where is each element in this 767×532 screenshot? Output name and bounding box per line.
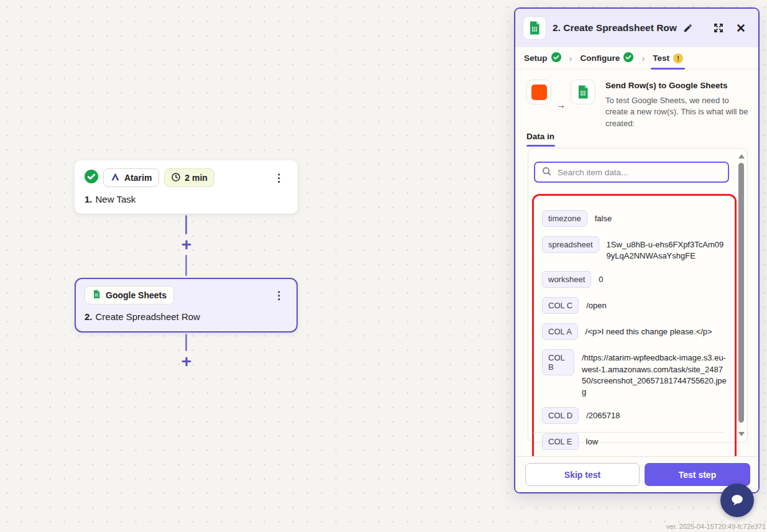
field-value: /<p>I need this change please.</p> [586, 323, 712, 337]
skip-test-button[interactable]: Skip test [525, 463, 640, 486]
arrow-right-icon: → [556, 99, 566, 110]
field-value: low [586, 433, 599, 447]
kebab-menu-icon[interactable]: ⋮ [270, 172, 288, 185]
atarim-logo-icon [111, 172, 120, 183]
step-title-text: New Task [96, 194, 136, 204]
close-icon[interactable]: ✕ [736, 21, 746, 35]
target-app-tile [571, 80, 595, 104]
connector-line [185, 215, 187, 234]
field-key-pill: timezone [542, 210, 587, 227]
tab-label: Setup [524, 53, 548, 63]
warning-icon: ! [673, 53, 683, 63]
expand-fullscreen-icon[interactable] [712, 22, 725, 34]
tab-data-in[interactable]: Data in [526, 132, 554, 147]
chevron-right-icon: › [641, 53, 645, 63]
data-scroll-area: timezone false spreadsheet 1Sw_u8hB-u-eh… [528, 148, 748, 443]
field-key-pill: worksheet [542, 271, 591, 288]
scroll-up-arrow[interactable] [738, 154, 745, 158]
field-value: /https://atarim-wpfeedback-image.s3.eu-w… [582, 349, 727, 398]
data-row: COL D /2065718 [542, 407, 727, 424]
data-row: COL E low [542, 433, 727, 450]
connector-line [185, 255, 187, 276]
data-row: COL C /open [542, 297, 727, 314]
panel-title: 2. Create Spreadsheet Row [553, 22, 677, 34]
add-step-button[interactable]: + [178, 354, 195, 370]
test-summary: → Send Row(s) to Google Sheets To test G… [526, 80, 751, 129]
step-number: 1. [85, 194, 93, 204]
kebab-menu-icon[interactable]: ⋮ [270, 289, 288, 302]
field-value: 1Sw_u8hB-u-ehs6FXpf3TcAm099yLqA2NNWAsaYs… [607, 236, 727, 262]
test-heading: Send Row(s) to Google Sheets [605, 81, 751, 90]
google-sheets-icon [523, 16, 546, 40]
panel-tabbar: Setup › Configure › Test ! [515, 47, 758, 70]
field-value: false [595, 210, 612, 224]
atarim-app-pill[interactable]: Atarim [103, 168, 159, 187]
step-number: 2. [85, 311, 93, 322]
duration-badge[interactable]: 2 min [164, 168, 214, 187]
chat-bubble-icon [728, 492, 746, 509]
success-check-icon [85, 170, 98, 186]
tab-label: Test [653, 53, 669, 63]
connector-line [185, 334, 187, 351]
check-circle-icon [551, 52, 561, 64]
field-key-pill: COL D [542, 407, 579, 424]
step-title-text: Create Spreadsheet Row [96, 311, 200, 322]
workflow-step-create-spreadsheet-row[interactable]: Google Sheets ⋮ 2.Create Spreadsheet Row [75, 278, 298, 332]
clock-icon [171, 172, 181, 184]
test-description: To test Google Sheets, we need to create… [605, 95, 751, 129]
field-key-pill: COL B [542, 349, 574, 375]
field-key-pill: spreadsheet [542, 236, 599, 253]
tab-label: Configure [581, 53, 620, 63]
app-pill-label: Google Sheets [106, 290, 167, 300]
field-key-pill: COL E [542, 433, 579, 450]
check-circle-icon [623, 52, 633, 64]
workflow-step-new-task[interactable]: Atarim 2 min ⋮ 1.New Task [75, 160, 298, 214]
data-row: timezone false [542, 210, 727, 227]
step-title: 1.New Task [85, 194, 288, 204]
google-sheets-icon [576, 85, 590, 99]
data-row: COL B /https://atarim-wpfeedback-image.s… [542, 349, 727, 398]
app-pill-label: Atarim [124, 173, 152, 183]
tab-configure[interactable]: Configure [581, 47, 634, 69]
search-input[interactable] [558, 168, 722, 177]
chat-widget-button[interactable] [720, 484, 754, 517]
annotation-red-arrow [0, 0, 186, 93]
field-value: /open [586, 297, 607, 311]
edit-title-pencil-icon[interactable] [683, 24, 692, 33]
field-value: /2065718 [586, 407, 620, 421]
field-key-pill: COL A [542, 323, 578, 340]
panel-footer: Skip test Test step [515, 456, 758, 492]
data-row: spreadsheet 1Sw_u8hB-u-ehs6FXpf3TcAm099y… [542, 236, 727, 262]
google-sheets-icon [92, 290, 101, 301]
google-sheets-app-pill[interactable]: Google Sheets [85, 286, 174, 305]
step-title: 2.Create Spreadsheet Row [85, 311, 288, 322]
data-row: COL A /<p>I need this change please.</p> [542, 323, 727, 340]
source-app-tile [526, 80, 551, 104]
panel-header: 2. Create Spreadsheet Row ✕ [515, 9, 758, 47]
field-value: 0 [599, 271, 603, 285]
tab-setup[interactable]: Setup [524, 47, 561, 69]
divider [533, 432, 725, 433]
test-step-button[interactable]: Test step [645, 463, 750, 486]
chevron-right-icon: › [569, 53, 572, 63]
tab-test[interactable]: Test ! [653, 47, 683, 69]
scroll-down-arrow[interactable] [738, 432, 745, 436]
scrollbar-thumb[interactable] [738, 163, 744, 423]
search-icon [541, 166, 552, 179]
atarim-orange-icon [531, 85, 547, 100]
duration-label: 2 min [185, 173, 208, 183]
version-label: ver. 2025-04-15T20:49-fc72e371 [666, 523, 766, 530]
field-key-pill: COL C [542, 297, 579, 314]
search-field [534, 162, 729, 183]
annotation-red-box: timezone false spreadsheet 1Sw_u8hB-u-eh… [532, 194, 737, 464]
scrollbar [738, 152, 745, 439]
add-step-button[interactable]: + [178, 237, 195, 254]
data-row: worksheet 0 [542, 271, 727, 288]
step-detail-panel: 2. Create Spreadsheet Row ✕ Setup › [514, 7, 760, 493]
